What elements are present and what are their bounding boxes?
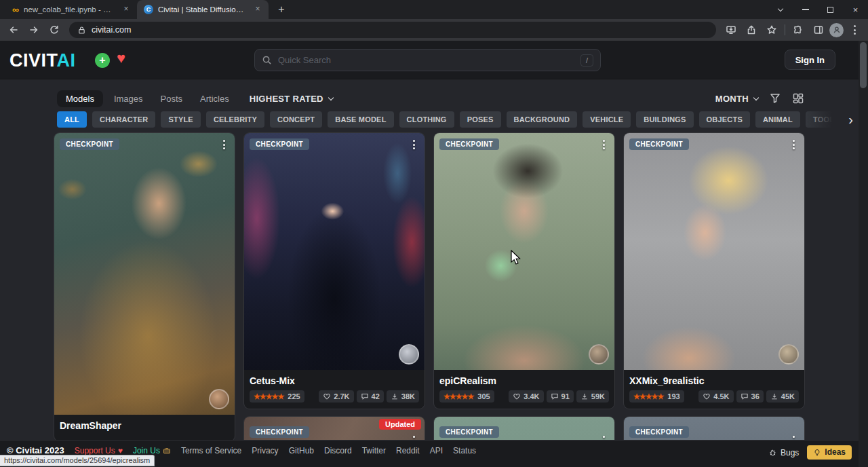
tab-search-chevron-icon[interactable] [768, 0, 793, 19]
bugs-button[interactable]: Bugs [768, 448, 799, 457]
install-app-icon[interactable] [722, 20, 741, 39]
search-input[interactable] [278, 55, 574, 65]
creator-avatar[interactable] [209, 389, 229, 409]
back-button[interactable] [4, 20, 23, 39]
layout-grid-icon[interactable] [792, 92, 804, 105]
minimize-button[interactable] [793, 0, 818, 19]
creator-avatar[interactable] [778, 344, 799, 365]
browser-tab-civitai[interactable]: C Civitai | Stable Diffusion models, × [137, 0, 269, 19]
toolbar-divider [785, 24, 785, 35]
support-heart-icon[interactable]: ♥ [117, 51, 125, 66]
downloads-badge[interactable]: 59K [576, 390, 609, 403]
category-chip[interactable]: STYLE [161, 111, 200, 128]
footer-link-api[interactable]: API [430, 446, 443, 455]
creator-avatar[interactable] [589, 344, 609, 365]
likes-badge[interactable]: 2.7K [319, 390, 353, 403]
model-type-badge: CHECKPOINT [60, 138, 119, 150]
category-chip[interactable]: CLOTHING [399, 111, 454, 128]
footer-link-reddit[interactable]: Reddit [396, 446, 420, 455]
close-window-button[interactable]: × [843, 0, 868, 19]
footer-link-support-us[interactable]: Support Us♥ [75, 446, 123, 455]
model-title: XXMix_9realistic [629, 375, 799, 386]
quick-search-bar[interactable]: / [254, 49, 601, 71]
footer-link-privacy[interactable]: Privacy [252, 446, 278, 455]
model-title: DreamShaper [60, 420, 229, 431]
category-chip[interactable]: BASE MODEL [328, 111, 393, 128]
category-chip[interactable]: BUILDINGS [636, 111, 693, 128]
briefcase-icon [163, 447, 171, 455]
filter-funnel-icon[interactable] [769, 92, 781, 105]
civitai-logo[interactable]: CIVITAI [9, 50, 76, 71]
category-chip[interactable]: VEHICLE [583, 111, 631, 128]
category-chip[interactable]: OBJECTS [699, 111, 750, 128]
sort-dropdown[interactable]: HIGHEST RATED [250, 94, 333, 104]
category-chip[interactable]: ANIMAL [755, 111, 800, 128]
footer-link-twitter[interactable]: Twitter [362, 446, 386, 455]
footer-link-join-us[interactable]: Join Us [133, 446, 171, 455]
close-tab-icon[interactable]: × [252, 4, 263, 15]
share-icon[interactable] [742, 20, 761, 39]
page-scrollbar[interactable] [859, 41, 868, 467]
tab-images[interactable]: Images [107, 90, 150, 107]
footer-link-discord[interactable]: Discord [324, 446, 352, 455]
model-preview-image: CHECKPOINT [244, 133, 425, 370]
new-tab-button[interactable]: + [273, 1, 290, 18]
card-menu-kebab-icon[interactable] [408, 138, 419, 151]
download-icon [391, 392, 399, 400]
profile-avatar[interactable] [829, 23, 844, 37]
card-menu-kebab-icon[interactable] [598, 138, 609, 151]
creator-avatar[interactable] [399, 344, 419, 365]
tab-models[interactable]: Models [57, 90, 103, 107]
tab-strip: ∞ new_colab_file.ipynb - Colaborat × C C… [0, 0, 868, 19]
category-chip[interactable]: CELEBRITY [206, 111, 264, 128]
model-type-badge: CHECKPOINT [250, 138, 309, 150]
sign-in-button[interactable]: Sign In [785, 50, 835, 70]
heart-outline-icon [703, 392, 711, 400]
category-chip[interactable]: CONCEPT [270, 111, 322, 128]
reload-button[interactable] [45, 20, 64, 39]
heart-outline-icon [513, 392, 521, 400]
model-card-cetus-mix[interactable]: CHECKPOINT Cetus-Mix ★★★★★225 2.7K 42 38… [244, 133, 425, 409]
category-chip[interactable]: CHARACTER [92, 111, 155, 128]
forward-button[interactable] [24, 20, 43, 39]
rating-badge[interactable]: ★★★★★305 [439, 390, 494, 403]
category-chip[interactable]: BACKGROUND [507, 111, 578, 128]
close-tab-icon[interactable]: × [121, 4, 132, 15]
category-chip-all[interactable]: ALL [57, 111, 87, 128]
tab-posts[interactable]: Posts [154, 90, 190, 107]
footer-link-github[interactable]: GitHub [289, 446, 314, 455]
footer-link-status[interactable]: Status [453, 446, 476, 455]
footer-link-terms[interactable]: Terms of Service [181, 446, 241, 455]
likes-badge[interactable]: 3.4K [509, 390, 543, 403]
period-dropdown[interactable]: MONTH [715, 94, 758, 104]
browser-menu-kebab-icon[interactable] [845, 20, 864, 39]
scrollbar-thumb[interactable] [860, 42, 867, 88]
card-menu-kebab-icon[interactable] [218, 138, 229, 151]
model-type-badge: CHECKPOINT [439, 426, 499, 438]
chevron-down-icon [753, 94, 759, 100]
downloads-badge[interactable]: 45K [766, 390, 799, 403]
model-preview-image: CHECKPOINT [624, 133, 804, 370]
browser-tab-colab[interactable]: ∞ new_colab_file.ipynb - Colaborat × [5, 0, 137, 19]
maximize-button[interactable] [818, 0, 843, 19]
downloads-badge[interactable]: 38K [387, 390, 419, 403]
comments-badge[interactable]: 36 [736, 390, 764, 403]
bookmark-star-icon[interactable] [762, 20, 781, 39]
extensions-puzzle-icon[interactable] [789, 20, 808, 39]
model-card-epicrealism[interactable]: CHECKPOINT epiCRealism ★★★★★305 3.4K 91 … [434, 133, 614, 409]
create-plus-button[interactable]: + [95, 53, 110, 68]
comments-badge[interactable]: 91 [547, 390, 574, 403]
model-card-dreamshaper[interactable]: CHECKPOINT DreamShaper [54, 133, 235, 441]
card-menu-kebab-icon[interactable] [788, 138, 799, 151]
rating-badge[interactable]: ★★★★★193 [629, 390, 684, 403]
rating-badge[interactable]: ★★★★★225 [250, 390, 304, 403]
side-panel-icon[interactable] [809, 20, 828, 39]
categories-scroll-right-button[interactable]: › [800, 111, 859, 128]
tab-articles[interactable]: Articles [193, 90, 236, 107]
address-bar[interactable]: civitai.com [69, 22, 716, 38]
ideas-button[interactable]: Ideas [807, 445, 852, 460]
model-card-xxmix[interactable]: CHECKPOINT XXMix_9realistic ★★★★★193 4.5… [624, 133, 804, 409]
comments-badge[interactable]: 42 [357, 390, 384, 403]
category-chip[interactable]: POSES [460, 111, 501, 128]
likes-badge[interactable]: 4.5K [698, 390, 733, 403]
